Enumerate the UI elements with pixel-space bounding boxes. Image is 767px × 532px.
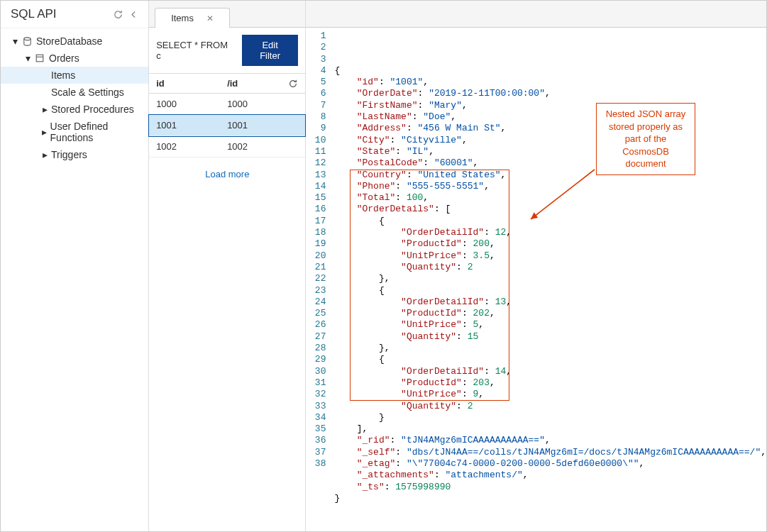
database-label: StoreDatabase: [36, 35, 102, 47]
caret-right-icon: ▸: [40, 104, 49, 115]
sidebar-item-triggers[interactable]: ▸Triggers: [1, 146, 148, 163]
cell-pk: 1001: [227, 120, 298, 131]
caret-right-icon: ▸: [40, 149, 49, 160]
container-icon: [34, 53, 45, 63]
sidebar-item-stored-procedures[interactable]: ▸Stored Procedures: [1, 101, 148, 118]
tab-bar: Items ✕: [149, 1, 305, 28]
editor-panel: 1234567891011121314151617181920212223242…: [306, 1, 766, 531]
sidebar-item-scale-settings[interactable]: ▸Scale & Settings: [1, 84, 148, 101]
table-row[interactable]: 10021002: [149, 136, 305, 157]
code-content: { "id": "1001", "OrderDate": "2019-12-11…: [331, 31, 766, 531]
refresh-icon[interactable]: [113, 9, 123, 20]
query-text: SELECT * FROM c: [156, 40, 231, 61]
tab-label: Items: [171, 13, 194, 23]
sidebar-item-label: Stored Procedures: [51, 104, 134, 115]
caret-right-icon: ▸: [40, 126, 48, 138]
load-more-link[interactable]: Load more: [149, 157, 305, 191]
container-label: Orders: [49, 52, 79, 64]
json-editor[interactable]: 1234567891011121314151617181920212223242…: [306, 28, 766, 531]
svg-rect-1: [36, 55, 43, 62]
svg-point-0: [23, 37, 30, 40]
tab-items[interactable]: Items ✕: [155, 8, 230, 28]
table-row[interactable]: 10011001: [149, 115, 305, 136]
table-row[interactable]: 10001000: [149, 94, 305, 115]
close-icon[interactable]: ✕: [206, 13, 214, 23]
cell-id: 1001: [156, 120, 227, 131]
grid-col-pk: /id: [227, 78, 285, 89]
line-gutter: 1234567891011121314151617181920212223242…: [306, 31, 331, 531]
navigation-tree: ▾ StoreDatabase ▾ Orders ▸Items▸Scale & …: [1, 28, 148, 167]
collapse-sidebar-icon[interactable]: [129, 9, 138, 20]
tree-container[interactable]: ▾ Orders: [1, 50, 148, 67]
sidebar-title: SQL API: [11, 7, 57, 21]
sidebar: SQL API ▾ StoreDatabase ▾: [1, 1, 149, 531]
items-panel: Items ✕ SELECT * FROM c Edit Filter id /…: [149, 1, 306, 531]
tabbar-spacer: [306, 1, 766, 28]
tree-database[interactable]: ▾ StoreDatabase: [1, 33, 148, 50]
sidebar-item-label: Scale & Settings: [51, 87, 124, 98]
sidebar-item-label: Triggers: [51, 149, 87, 160]
cell-pk: 1000: [227, 99, 298, 109]
caret-down-icon: ▾: [23, 52, 32, 64]
sidebar-item-items[interactable]: ▸Items: [1, 67, 148, 84]
sidebar-item-label: Items: [51, 70, 75, 81]
edit-filter-button[interactable]: Edit Filter: [242, 35, 299, 66]
cell-id: 1002: [156, 141, 227, 152]
sidebar-header: SQL API: [1, 1, 148, 28]
filter-bar: SELECT * FROM c Edit Filter: [149, 28, 305, 73]
grid-header: id /id: [149, 73, 305, 94]
grid-col-id: id: [156, 78, 227, 89]
refresh-icon[interactable]: [285, 79, 298, 89]
annotation-callout: Nested JSON array stored properly as par…: [596, 103, 695, 175]
cell-id: 1000: [156, 99, 227, 109]
caret-down-icon: ▾: [11, 35, 19, 47]
sidebar-item-user-defined-functions[interactable]: ▸User Defined Functions: [1, 118, 148, 146]
sidebar-item-label: User Defined Functions: [50, 121, 142, 143]
database-icon: [21, 36, 33, 47]
cell-pk: 1002: [227, 141, 298, 152]
